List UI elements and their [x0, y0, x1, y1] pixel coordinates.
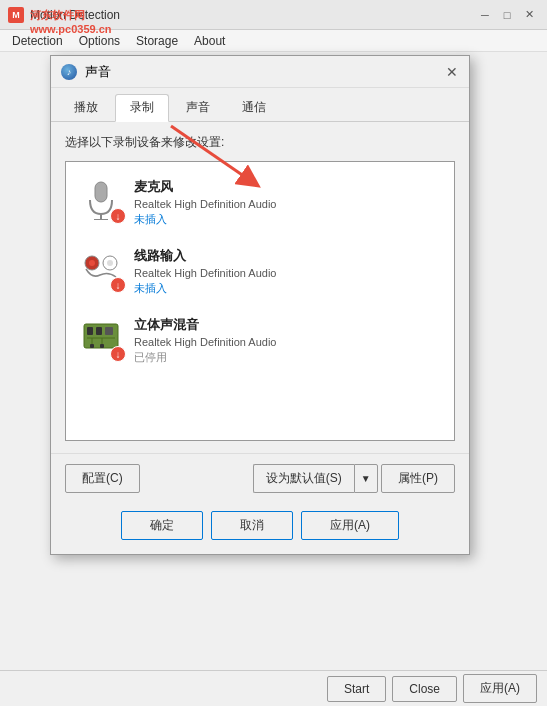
cancel-button[interactable]: 取消 — [211, 511, 293, 540]
set-default-button[interactable]: 设为默认值(S) — [253, 464, 354, 493]
stereo-status-badge: ↓ — [110, 346, 126, 362]
minimize-button[interactable]: ─ — [475, 5, 495, 25]
line-driver: Realtek High Definition Audio — [134, 267, 440, 279]
device-list: ↓ 麦克风 Realtek High Definition Audio 未插入 — [65, 161, 455, 441]
tab-sounds[interactable]: 声音 — [171, 94, 225, 121]
apply-button[interactable]: 应用(A) — [301, 511, 399, 540]
tab-playback[interactable]: 播放 — [59, 94, 113, 121]
properties-button[interactable]: 属性(P) — [381, 464, 455, 493]
mic-name: 麦克风 — [134, 178, 440, 196]
ok-button[interactable]: 确定 — [121, 511, 203, 540]
app-bottom-bar: Start Close 应用(A) — [0, 670, 547, 706]
menu-about[interactable]: About — [186, 32, 233, 50]
bottom-close-button[interactable]: Close — [392, 676, 457, 702]
svg-point-6 — [89, 260, 95, 266]
stereo-icon-container: ↓ — [80, 316, 122, 358]
line-name: 线路输入 — [134, 247, 440, 265]
device-mic[interactable]: ↓ 麦克风 Realtek High Definition Audio 未插入 — [72, 168, 448, 237]
watermark-line1: 河东软件网 — [30, 8, 112, 23]
set-default-split: 设为默认值(S) ▼ — [253, 464, 378, 493]
stereo-driver: Realtek High Definition Audio — [134, 336, 440, 348]
line-icon-container: ↓ — [80, 247, 122, 289]
line-info: 线路输入 Realtek High Definition Audio 未插入 — [134, 247, 440, 296]
dialog-icon: ♪ — [61, 64, 77, 80]
mic-info: 麦克风 Realtek High Definition Audio 未插入 — [134, 178, 440, 227]
mic-status: 未插入 — [134, 212, 440, 227]
device-line-input[interactable]: ↓ 线路输入 Realtek High Definition Audio 未插入 — [72, 237, 448, 306]
svg-rect-10 — [87, 327, 93, 335]
stereo-info: 立体声混音 Realtek High Definition Audio 已停用 — [134, 316, 440, 365]
menu-storage[interactable]: Storage — [128, 32, 186, 50]
window-controls: ─ □ ✕ — [475, 5, 539, 25]
mic-status-badge: ↓ — [110, 208, 126, 224]
svg-rect-16 — [90, 344, 94, 348]
close-button[interactable]: ✕ — [519, 5, 539, 25]
line-status-badge: ↓ — [110, 277, 126, 293]
mic-driver: Realtek High Definition Audio — [134, 198, 440, 210]
dialog-close-button[interactable]: ✕ — [441, 61, 463, 83]
watermark-line2: www.pc0359.cn — [30, 23, 112, 35]
instruction-text: 选择以下录制设备来修改设置: — [65, 134, 455, 151]
configure-button[interactable]: 配置(C) — [65, 464, 140, 493]
dialog-content: 选择以下录制设备来修改设置: — [51, 122, 469, 453]
stereo-name: 立体声混音 — [134, 316, 440, 334]
svg-rect-17 — [100, 344, 104, 348]
watermark: 河东软件网 www.pc0359.cn — [30, 8, 112, 35]
start-button[interactable]: Start — [327, 676, 386, 702]
bottom-buttons: 配置(C) 设为默认值(S) ▼ 属性(P) — [51, 453, 469, 503]
confirm-buttons: 确定 取消 应用(A) — [51, 503, 469, 554]
device-stereo[interactable]: ↓ 立体声混音 Realtek High Definition Audio 已停… — [72, 306, 448, 375]
dialog-title: 声音 — [85, 63, 111, 81]
svg-rect-2 — [95, 182, 107, 202]
bottom-apply-button[interactable]: 应用(A) — [463, 674, 537, 703]
app-icon: M — [8, 7, 24, 23]
sound-dialog: ♪ 声音 ✕ 播放 录制 声音 通信 选择以下录制设备来修改设置: — [50, 55, 470, 555]
tab-communications[interactable]: 通信 — [227, 94, 281, 121]
svg-rect-12 — [105, 327, 113, 335]
set-default-arrow[interactable]: ▼ — [354, 464, 378, 493]
svg-point-8 — [107, 260, 113, 266]
svg-rect-11 — [96, 327, 102, 335]
mic-icon-container: ↓ — [80, 178, 122, 220]
tab-recording[interactable]: 录制 — [115, 94, 169, 122]
line-status: 未插入 — [134, 281, 440, 296]
stereo-status: 已停用 — [134, 350, 440, 365]
tabs-bar: 播放 录制 声音 通信 — [51, 88, 469, 122]
maximize-button[interactable]: □ — [497, 5, 517, 25]
dialog-titlebar: ♪ 声音 ✕ — [51, 56, 469, 88]
